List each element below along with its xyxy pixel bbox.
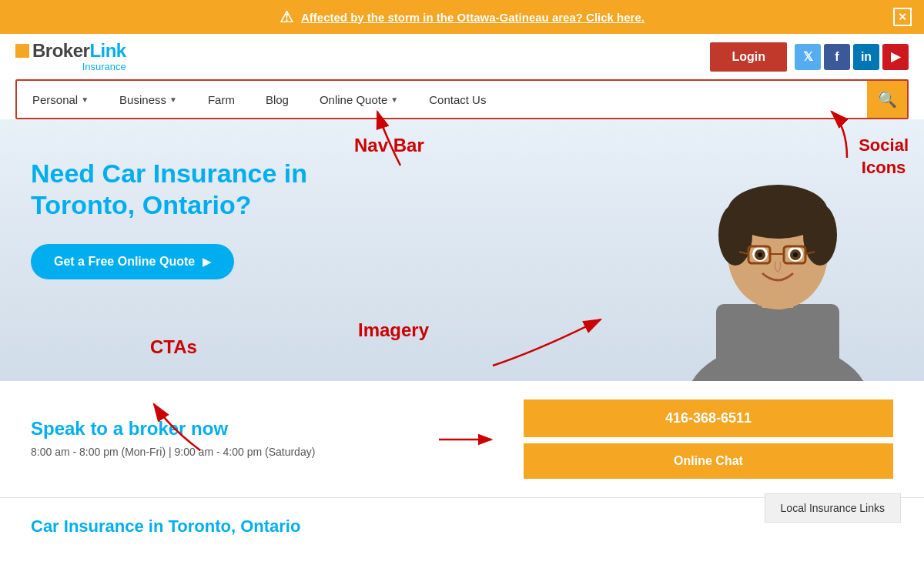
hero-container: Need Car Insurance in Toronto, Ontario? … (0, 119, 924, 381)
nav-blog-label: Blog (266, 93, 289, 106)
contact-arrow-area (439, 428, 500, 451)
nav-business[interactable]: Business ▼ (104, 82, 192, 117)
page-wrapper: ⚠ Affected by the storm in the Ottawa-Ga… (0, 0, 924, 555)
logo-area: BrokerLink Insurance (15, 42, 126, 72)
linkedin-icon[interactable]: in (853, 44, 879, 70)
nav-personal-label: Personal (32, 93, 78, 106)
svg-point-5 (718, 204, 752, 266)
nav-contact-us[interactable]: Contact Us (413, 82, 501, 117)
alert-text[interactable]: Affected by the storm in the Ottawa-Gati… (301, 11, 644, 24)
navbar-wrapper: Personal ▼ Business ▼ Farm Blog Online Q… (15, 79, 909, 119)
svg-point-12 (793, 252, 798, 257)
alert-close-button[interactable]: ✕ (893, 8, 912, 26)
nav-business-label: Business (119, 93, 166, 106)
nav-contact-us-label: Contact Us (429, 93, 486, 106)
free-quote-button[interactable]: Get a Free Online Quote ▶ (31, 244, 234, 279)
contact-hours: 8:00 am - 8:00 pm (Mon-Fri) | 9:00 am - … (31, 444, 416, 460)
alert-icon: ⚠ (280, 8, 293, 26)
nav-online-quote[interactable]: Online Quote ▼ (304, 82, 413, 117)
bottom-title: Car Insurance in Toronto, Ontario (31, 516, 300, 537)
facebook-icon[interactable]: f (824, 44, 850, 70)
svg-point-6 (803, 204, 837, 266)
nav-personal[interactable]: Personal ▼ (17, 82, 104, 117)
nav-online-quote-label: Online Quote (320, 93, 387, 106)
header-right: Login 𝕏 f in ▶ (710, 42, 909, 72)
hero-title: Need Car Insurance in Toronto, Ontario? (31, 158, 416, 221)
logo-insurance-text: Insurance (15, 62, 126, 72)
personal-chevron-icon: ▼ (81, 95, 89, 104)
contact-info: Speak to a broker now 8:00 am - 8:00 pm … (31, 418, 416, 460)
youtube-icon[interactable]: ▶ (882, 44, 909, 70)
ctas-annotation: CTAs (150, 336, 197, 358)
social-icons-annotation: SocialIcons (859, 135, 909, 179)
twitter-icon[interactable]: 𝕏 (795, 44, 821, 70)
svg-rect-1 (716, 304, 839, 381)
contact-strip: Speak to a broker now 8:00 am - 8:00 pm … (0, 381, 924, 498)
logo-brokerlink[interactable]: BrokerLink (15, 42, 126, 60)
nav-blog[interactable]: Blog (250, 82, 304, 117)
chat-button[interactable]: Online Chat (524, 443, 893, 479)
cta-arrow-icon: ▶ (203, 256, 211, 268)
contact-title: Speak to a broker now (31, 418, 416, 440)
navbar: Personal ▼ Business ▼ Farm Blog Online Q… (17, 81, 907, 118)
business-chevron-icon: ▼ (169, 95, 177, 104)
local-links-button[interactable]: Local Insurance Links (765, 493, 901, 523)
nav-search-button[interactable]: 🔍 (867, 81, 907, 118)
alert-content: ⚠ Affected by the storm in the Ottawa-Ga… (280, 8, 644, 26)
hero-section: Need Car Insurance in Toronto, Ontario? … (0, 119, 924, 381)
nav-farm[interactable]: Farm (192, 82, 250, 117)
imagery-annotation: Imagery (358, 319, 429, 341)
hero-content: Need Car Insurance in Toronto, Ontario? … (31, 158, 416, 279)
nav-bar-annotation: Nav Bar (354, 135, 424, 156)
login-button[interactable]: Login (710, 42, 787, 72)
logo-square-icon (15, 44, 29, 58)
social-icons: 𝕏 f in ▶ (795, 44, 909, 70)
contact-arrow-svg (439, 428, 500, 451)
cta-label: Get a Free Online Quote (54, 255, 195, 269)
header: BrokerLink Insurance Login 𝕏 f in ▶ (0, 34, 924, 72)
search-icon: 🔍 (878, 90, 897, 109)
contact-actions: 416-368-6511 Online Chat (524, 399, 893, 479)
nav-farm-label: Farm (208, 93, 235, 106)
alert-banner: ⚠ Affected by the storm in the Ottawa-Ga… (0, 0, 924, 34)
bottom-section: Car Insurance in Toronto, Ontario Local … (0, 498, 924, 555)
svg-point-11 (758, 252, 762, 257)
phone-button[interactable]: 416-368-6511 (524, 399, 893, 437)
online-quote-chevron-icon: ▼ (390, 95, 398, 104)
